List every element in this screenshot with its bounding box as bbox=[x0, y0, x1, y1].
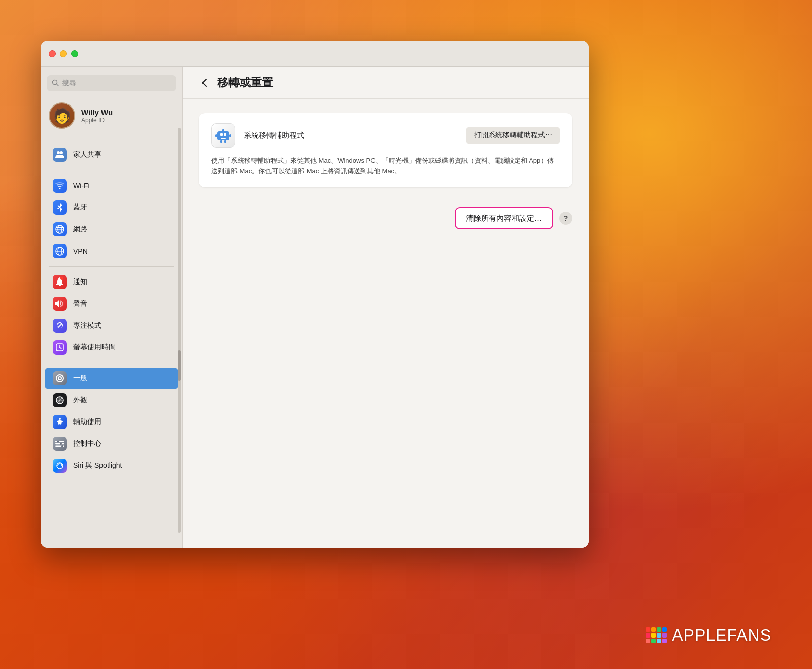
sidebar-item-accessibility[interactable]: 輔助使用 bbox=[45, 411, 178, 433]
svg-rect-39 bbox=[662, 627, 667, 632]
general-icon bbox=[53, 371, 67, 385]
svg-rect-20 bbox=[55, 441, 64, 442]
svg-rect-28 bbox=[220, 133, 223, 136]
svg-rect-38 bbox=[657, 627, 661, 632]
user-info: Willy Wu Apple ID bbox=[81, 108, 113, 124]
sidebar-item-siri[interactable]: Siri 與 Spotlight bbox=[45, 455, 178, 476]
main-panel: 系統移轉輔助程式 打開系統移轉輔助程式⋯ 使用「系統移轉輔助程式」來從其他 Ma… bbox=[183, 99, 589, 548]
search-box[interactable]: 搜尋 bbox=[47, 75, 176, 91]
svg-rect-34 bbox=[220, 140, 222, 143]
traffic-lights bbox=[49, 50, 78, 57]
focus-icon bbox=[53, 319, 67, 333]
separator-2 bbox=[49, 170, 174, 170]
sidebar-item-focus[interactable]: 專注模式 bbox=[45, 315, 178, 336]
sidebar-item-general[interactable]: 一般 bbox=[45, 368, 178, 389]
svg-point-23 bbox=[57, 441, 59, 442]
scrollbar-thumb[interactable] bbox=[178, 350, 181, 381]
scrollbar-track bbox=[178, 128, 181, 533]
notification-label: 通知 bbox=[73, 277, 87, 287]
svg-point-2 bbox=[57, 151, 60, 154]
search-placeholder: 搜尋 bbox=[62, 79, 76, 88]
watermark: APPLEFANS bbox=[646, 626, 771, 645]
migration-card-row: 系統移轉輔助程式 打開系統移轉輔助程式⋯ bbox=[211, 123, 560, 148]
screentime-icon bbox=[53, 340, 67, 355]
svg-rect-42 bbox=[657, 633, 661, 638]
sidebar-item-appearance[interactable]: 外觀 bbox=[45, 390, 178, 411]
focus-label: 專注模式 bbox=[73, 321, 101, 330]
sidebar-item-bluetooth[interactable]: 藍牙 bbox=[45, 197, 178, 218]
watermark-light: FANS bbox=[727, 626, 771, 644]
sidebar-item-sound[interactable]: 聲音 bbox=[45, 293, 178, 314]
sidebar-item-control[interactable]: 控制中心 bbox=[45, 433, 178, 454]
separator-4 bbox=[49, 363, 174, 363]
back-button[interactable] bbox=[197, 76, 211, 90]
svg-point-25 bbox=[61, 445, 63, 447]
titlebar bbox=[41, 41, 589, 67]
settings-window: 搜尋 🧑 Willy Wu Apple ID bbox=[41, 41, 589, 548]
sidebar-item-network[interactable]: 網路 bbox=[45, 219, 178, 240]
appearance-label: 外觀 bbox=[73, 396, 87, 405]
svg-point-16 bbox=[59, 347, 60, 348]
wifi-icon bbox=[53, 179, 67, 193]
svg-rect-41 bbox=[651, 633, 656, 638]
vpn-label: VPN bbox=[73, 247, 88, 255]
siri-label: Siri 與 Spotlight bbox=[73, 461, 122, 470]
user-name: Willy Wu bbox=[81, 108, 113, 117]
sidebar-item-screentime[interactable]: 螢幕使用時間 bbox=[45, 337, 178, 358]
svg-rect-44 bbox=[646, 639, 650, 643]
separator-3 bbox=[49, 266, 174, 267]
page-title: 移轉或重置 bbox=[217, 75, 273, 90]
minimize-button[interactable] bbox=[60, 50, 67, 57]
sidebar-section-family: 家人共享 bbox=[41, 142, 182, 168]
main-header: 移轉或重置 bbox=[183, 67, 589, 99]
svg-rect-30 bbox=[221, 138, 226, 139]
svg-rect-32 bbox=[215, 134, 217, 137]
close-button[interactable] bbox=[49, 50, 56, 57]
migration-card: 系統移轉輔助程式 打開系統移轉輔助程式⋯ 使用「系統移轉輔助程式」來從其他 Ma… bbox=[199, 113, 572, 187]
migration-description: 使用「系統移轉輔助程式」來從其他 Mac、Windows PC、「時光機」備份或… bbox=[211, 156, 560, 177]
fullscreen-button[interactable] bbox=[71, 50, 78, 57]
vpn-icon bbox=[53, 244, 67, 258]
accessibility-label: 輔助使用 bbox=[73, 417, 101, 427]
open-migration-button[interactable]: 打開系統移轉輔助程式⋯ bbox=[466, 127, 560, 144]
svg-rect-36 bbox=[646, 627, 650, 632]
main-content-area: 移轉或重置 bbox=[183, 67, 589, 548]
sidebar-item-family[interactable]: 家人共享 bbox=[45, 144, 178, 165]
applefans-logo-icon bbox=[646, 627, 667, 644]
siri-icon bbox=[53, 459, 67, 473]
sidebar-item-notification[interactable]: 通知 bbox=[45, 271, 178, 293]
window-content: 搜尋 🧑 Willy Wu Apple ID bbox=[41, 67, 589, 548]
sidebar-section-notifications: 通知 聲音 bbox=[41, 269, 182, 361]
user-profile[interactable]: 🧑 Willy Wu Apple ID bbox=[41, 97, 182, 137]
svg-rect-40 bbox=[646, 633, 650, 638]
svg-line-1 bbox=[57, 84, 59, 86]
appearance-icon bbox=[53, 393, 67, 407]
watermark-text: APPLEFANS bbox=[672, 626, 771, 645]
accessibility-icon bbox=[53, 415, 67, 429]
sidebar: 搜尋 🧑 Willy Wu Apple ID bbox=[41, 67, 183, 548]
network-icon bbox=[53, 222, 67, 236]
general-label: 一般 bbox=[73, 374, 87, 383]
svg-rect-33 bbox=[229, 134, 231, 137]
control-icon bbox=[53, 437, 67, 451]
reset-button[interactable]: 清除所有內容和設定… bbox=[455, 207, 553, 229]
migration-app-icon bbox=[211, 123, 235, 148]
svg-rect-29 bbox=[224, 133, 226, 136]
svg-point-24 bbox=[60, 443, 62, 445]
network-label: 網路 bbox=[73, 225, 87, 234]
svg-rect-46 bbox=[657, 639, 661, 643]
sound-label: 聲音 bbox=[73, 299, 87, 308]
sidebar-section-system: 一般 外觀 bbox=[41, 365, 182, 479]
sidebar-item-wifi[interactable]: Wi-Fi bbox=[45, 175, 178, 196]
svg-rect-45 bbox=[651, 639, 656, 643]
reset-section: 清除所有內容和設定… ? bbox=[199, 197, 572, 239]
sidebar-section-network: Wi-Fi 藍牙 bbox=[41, 172, 182, 264]
help-button[interactable]: ? bbox=[559, 212, 572, 225]
svg-rect-37 bbox=[651, 627, 656, 632]
bluetooth-icon bbox=[53, 200, 67, 215]
control-label: 控制中心 bbox=[73, 439, 101, 448]
family-label: 家人共享 bbox=[73, 150, 101, 159]
bluetooth-label: 藍牙 bbox=[73, 203, 87, 212]
watermark-bold: APPLE bbox=[672, 626, 727, 644]
sidebar-item-vpn[interactable]: VPN bbox=[45, 240, 178, 262]
